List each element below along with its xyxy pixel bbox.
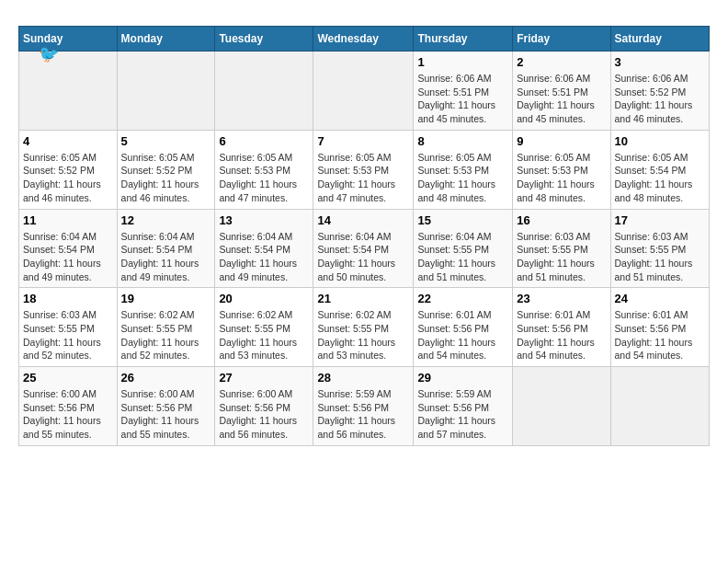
calendar-cell: 8Sunrise: 6:05 AM Sunset: 5:53 PM Daylig…	[414, 130, 513, 209]
day-number: 13	[219, 213, 309, 227]
day-number: 15	[417, 213, 508, 227]
day-info: Sunrise: 6:05 AM Sunset: 5:53 PM Dayligh…	[317, 151, 409, 205]
day-info: Sunrise: 6:04 AM Sunset: 5:54 PM Dayligh…	[219, 230, 309, 284]
calendar-cell: 1Sunrise: 6:06 AM Sunset: 5:51 PM Daylig…	[414, 52, 513, 131]
day-number: 9	[517, 134, 606, 148]
day-info: Sunrise: 6:05 AM Sunset: 5:53 PM Dayligh…	[417, 151, 508, 205]
calendar-cell: 2Sunrise: 6:06 AM Sunset: 5:51 PM Daylig…	[513, 52, 610, 131]
day-number: 18	[23, 292, 113, 305]
calendar-cell: 12Sunrise: 6:04 AM Sunset: 5:54 PM Dayli…	[117, 209, 215, 288]
weekday-header-row: SundayMondayTuesdayWednesdayThursdayFrid…	[19, 27, 710, 52]
day-info: Sunrise: 6:04 AM Sunset: 5:54 PM Dayligh…	[317, 230, 409, 284]
day-info: Sunrise: 5:59 AM Sunset: 5:56 PM Dayligh…	[417, 387, 508, 442]
calendar-cell: 13Sunrise: 6:04 AM Sunset: 5:54 PM Dayli…	[215, 209, 313, 288]
calendar-cell: 20Sunrise: 6:02 AM Sunset: 5:55 PM Dayli…	[215, 288, 313, 367]
week-row-2: 4Sunrise: 6:05 AM Sunset: 5:52 PM Daylig…	[19, 130, 710, 209]
day-number: 27	[219, 371, 309, 385]
calendar-cell: 11Sunrise: 6:04 AM Sunset: 5:54 PM Dayli…	[19, 209, 118, 288]
day-info: Sunrise: 6:03 AM Sunset: 5:55 PM Dayligh…	[23, 308, 113, 362]
day-info: Sunrise: 6:04 AM Sunset: 5:54 PM Dayligh…	[121, 230, 211, 284]
day-number: 8	[417, 134, 508, 148]
calendar-cell: 25Sunrise: 6:00 AM Sunset: 5:56 PM Dayli…	[19, 367, 118, 446]
week-row-5: 25Sunrise: 6:00 AM Sunset: 5:56 PM Dayli…	[19, 367, 710, 446]
day-info: Sunrise: 6:05 AM Sunset: 5:52 PM Dayligh…	[121, 151, 211, 205]
calendar-cell: 17Sunrise: 6:03 AM Sunset: 5:55 PM Dayli…	[610, 209, 709, 288]
day-number: 22	[417, 292, 508, 305]
day-number: 20	[219, 292, 309, 305]
day-info: Sunrise: 6:05 AM Sunset: 5:53 PM Dayligh…	[219, 151, 309, 205]
calendar-cell: 6Sunrise: 6:05 AM Sunset: 5:53 PM Daylig…	[215, 130, 313, 209]
calendar-cell	[215, 52, 313, 131]
calendar-cell: 5Sunrise: 6:05 AM Sunset: 5:52 PM Daylig…	[117, 130, 215, 209]
day-number: 3	[615, 55, 705, 69]
day-info: Sunrise: 6:01 AM Sunset: 5:56 PM Dayligh…	[517, 308, 606, 362]
week-row-3: 11Sunrise: 6:04 AM Sunset: 5:54 PM Dayli…	[19, 209, 710, 288]
day-info: Sunrise: 6:04 AM Sunset: 5:55 PM Dayligh…	[417, 230, 508, 284]
day-info: Sunrise: 5:59 AM Sunset: 5:56 PM Dayligh…	[317, 387, 409, 442]
weekday-header-tuesday: Tuesday	[215, 27, 313, 52]
day-info: Sunrise: 6:00 AM Sunset: 5:56 PM Dayligh…	[121, 387, 211, 442]
day-number: 16	[517, 213, 606, 227]
calendar-cell: 24Sunrise: 6:01 AM Sunset: 5:56 PM Dayli…	[610, 288, 709, 367]
weekday-header-wednesday: Wednesday	[313, 27, 414, 52]
week-row-1: 1Sunrise: 6:06 AM Sunset: 5:51 PM Daylig…	[19, 52, 710, 131]
day-info: Sunrise: 6:01 AM Sunset: 5:56 PM Dayligh…	[615, 308, 705, 362]
day-number: 10	[615, 134, 705, 148]
calendar-cell: 23Sunrise: 6:01 AM Sunset: 5:56 PM Dayli…	[513, 288, 610, 367]
calendar-cell: 19Sunrise: 6:02 AM Sunset: 5:55 PM Dayli…	[117, 288, 215, 367]
day-info: Sunrise: 6:06 AM Sunset: 5:51 PM Dayligh…	[417, 72, 508, 126]
day-info: Sunrise: 6:05 AM Sunset: 5:54 PM Dayligh…	[615, 151, 705, 205]
day-info: Sunrise: 6:05 AM Sunset: 5:53 PM Dayligh…	[517, 151, 606, 205]
calendar-cell	[117, 52, 215, 131]
day-number: 17	[615, 213, 705, 227]
day-info: Sunrise: 6:06 AM Sunset: 5:51 PM Dayligh…	[517, 72, 606, 126]
day-info: Sunrise: 6:04 AM Sunset: 5:54 PM Dayligh…	[23, 230, 113, 284]
day-number: 6	[219, 134, 309, 148]
calendar-cell: 4Sunrise: 6:05 AM Sunset: 5:52 PM Daylig…	[19, 130, 118, 209]
calendar-cell: 9Sunrise: 6:05 AM Sunset: 5:53 PM Daylig…	[513, 130, 610, 209]
day-info: Sunrise: 6:00 AM Sunset: 5:56 PM Dayligh…	[23, 387, 113, 442]
weekday-header-friday: Friday	[513, 27, 610, 52]
day-number: 5	[121, 134, 211, 148]
logo: 🐦	[37, 44, 59, 64]
calendar-cell: 29Sunrise: 5:59 AM Sunset: 5:56 PM Dayli…	[414, 367, 513, 446]
day-number: 14	[317, 213, 409, 227]
day-info: Sunrise: 6:03 AM Sunset: 5:55 PM Dayligh…	[517, 230, 606, 284]
day-number: 19	[121, 292, 211, 305]
day-number: 29	[417, 371, 508, 385]
day-number: 2	[517, 55, 606, 69]
day-info: Sunrise: 6:01 AM Sunset: 5:56 PM Dayligh…	[417, 308, 508, 362]
day-number: 28	[317, 371, 409, 385]
day-info: Sunrise: 6:00 AM Sunset: 5:56 PM Dayligh…	[219, 387, 309, 442]
weekday-header-thursday: Thursday	[414, 27, 513, 52]
day-info: Sunrise: 6:02 AM Sunset: 5:55 PM Dayligh…	[317, 308, 409, 362]
week-row-4: 18Sunrise: 6:03 AM Sunset: 5:55 PM Dayli…	[19, 288, 710, 367]
calendar-cell: 27Sunrise: 6:00 AM Sunset: 5:56 PM Dayli…	[215, 367, 313, 446]
calendar-cell: 21Sunrise: 6:02 AM Sunset: 5:55 PM Dayli…	[313, 288, 414, 367]
day-info: Sunrise: 6:02 AM Sunset: 5:55 PM Dayligh…	[219, 308, 309, 362]
day-number: 23	[517, 292, 606, 305]
calendar-cell	[513, 367, 610, 446]
calendar-cell: 7Sunrise: 6:05 AM Sunset: 5:53 PM Daylig…	[313, 130, 414, 209]
day-info: Sunrise: 6:06 AM Sunset: 5:52 PM Dayligh…	[615, 72, 705, 126]
calendar-cell	[19, 52, 118, 131]
day-number: 7	[317, 134, 409, 148]
logo-bird-icon: 🐦	[39, 44, 59, 64]
weekday-header-saturday: Saturday	[610, 27, 709, 52]
day-number: 24	[615, 292, 705, 305]
calendar-cell: 15Sunrise: 6:04 AM Sunset: 5:55 PM Dayli…	[414, 209, 513, 288]
weekday-header-monday: Monday	[117, 27, 215, 52]
day-info: Sunrise: 6:02 AM Sunset: 5:55 PM Dayligh…	[121, 308, 211, 362]
day-number: 1	[417, 55, 508, 69]
calendar-cell: 28Sunrise: 5:59 AM Sunset: 5:56 PM Dayli…	[313, 367, 414, 446]
calendar-cell: 3Sunrise: 6:06 AM Sunset: 5:52 PM Daylig…	[610, 52, 709, 131]
day-info: Sunrise: 6:05 AM Sunset: 5:52 PM Dayligh…	[23, 151, 113, 205]
calendar-cell: 14Sunrise: 6:04 AM Sunset: 5:54 PM Dayli…	[313, 209, 414, 288]
weekday-header-sunday: Sunday	[19, 27, 118, 52]
day-number: 11	[23, 213, 113, 227]
calendar-cell: 18Sunrise: 6:03 AM Sunset: 5:55 PM Dayli…	[19, 288, 118, 367]
calendar-cell	[313, 52, 414, 131]
calendar-cell: 10Sunrise: 6:05 AM Sunset: 5:54 PM Dayli…	[610, 130, 709, 209]
calendar-cell: 26Sunrise: 6:00 AM Sunset: 5:56 PM Dayli…	[117, 367, 215, 446]
day-number: 21	[317, 292, 409, 305]
